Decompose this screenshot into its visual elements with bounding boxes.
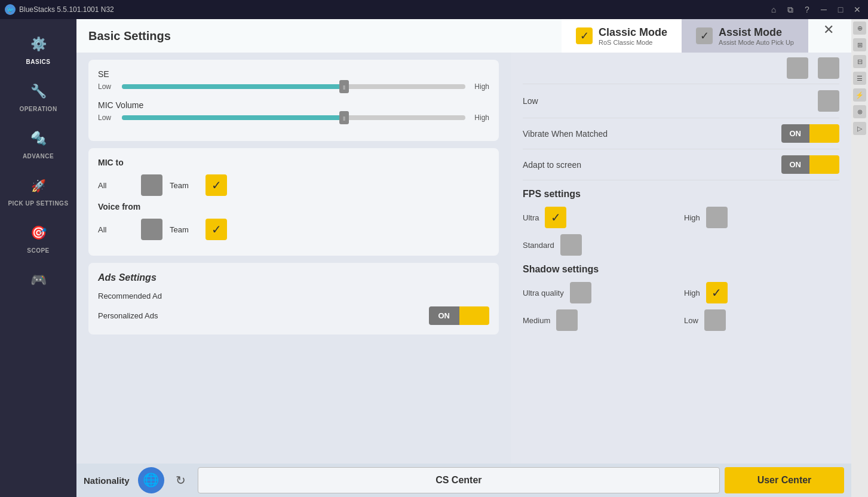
page-title: Basic Settings	[88, 29, 464, 43]
classic-mode-name: Classic Mode	[599, 26, 667, 39]
close-window-btn[interactable]: ✕	[851, 4, 863, 16]
close-settings-btn[interactable]: ✕	[818, 19, 839, 41]
shadow-section: Shadow settings Ultra quality High ✓ Med…	[523, 264, 839, 331]
right-icon-5[interactable]: ⚡	[853, 88, 866, 102]
fps-ultra-checkbox[interactable]: ✓	[545, 207, 566, 228]
ads-title: Ads Settings	[98, 272, 489, 283]
restore-btn[interactable]: □	[835, 4, 846, 16]
se-label: SE	[98, 69, 489, 79]
fps-high-label: High	[684, 213, 700, 222]
mic-slider-track[interactable]	[122, 115, 465, 120]
voice-from-title: Voice from	[98, 202, 489, 211]
adapt-screen-toggle[interactable]: ON	[781, 155, 840, 174]
low-row: Low	[523, 84, 839, 118]
mode-tabs: ✓ Classic Mode RoS Classic Mode ✓ Assist…	[464, 19, 840, 53]
fps-standard-item: Standard	[523, 234, 678, 256]
header: Basic Settings ✓ Classic Mode RoS Classi…	[76, 19, 851, 53]
sidebar-item-scope[interactable]: 🎯 SCOPE	[0, 215, 76, 260]
sidebar-item-basics[interactable]: ⚙️ BASICS	[0, 26, 76, 71]
sidebar-item-operation[interactable]: 🔧 OPERATION	[0, 73, 76, 118]
low-label: Low	[523, 96, 538, 106]
toggle-on-label: ON	[429, 306, 460, 325]
advance-icon: 🔩	[26, 127, 50, 151]
multi-instance-btn[interactable]: ⧉	[784, 4, 796, 16]
right-icon-4[interactable]: ☰	[853, 72, 866, 85]
mic-slider-thumb[interactable]	[339, 111, 349, 124]
shadow-ultra-item: Ultra quality	[523, 282, 678, 303]
assist-mode-tab[interactable]: ✓ Assist Mode Assist Mode Auto Pick Up	[682, 19, 808, 53]
right-panel: Low Vibrate When Matched ON Adapt to scr…	[511, 53, 851, 464]
assist-mode-text: Assist Mode Assist Mode Auto Pick Up	[719, 26, 794, 46]
minimize-btn[interactable]: ─	[818, 4, 830, 16]
adapt-screen-label: Adapt to screen	[523, 160, 581, 170]
low-checkbox[interactable]	[818, 90, 839, 112]
right-icon-7[interactable]: ▷	[853, 122, 866, 135]
advance-label: ADVANCE	[23, 153, 54, 159]
classic-mode-text: Classic Mode RoS Classic Mode	[599, 26, 667, 46]
mic-slider-fill	[122, 115, 345, 120]
personalized-ads-row: Personalized Ads ON	[98, 306, 489, 325]
shadow-high-checkbox[interactable]: ✓	[706, 282, 728, 303]
right-icon-2[interactable]: ⊞	[853, 38, 866, 51]
sidebar-item-pickup-settings[interactable]: 🚀 PICK UP SETTINGS	[0, 168, 76, 213]
vibrate-label: Vibrate When Matched	[523, 129, 608, 139]
right-icon-6[interactable]: ⊗	[853, 105, 866, 118]
titlebar: 🐦 BlueStacks 5.5.101.1001 N32 ⌂ ⧉ ? ─ □ …	[0, 0, 868, 19]
window-controls: ⌂ ⧉ ? ─ □ ✕	[768, 4, 863, 16]
se-slider-container: Low High	[98, 82, 489, 91]
shadow-medium-item: Medium	[523, 309, 678, 331]
shadow-ultra-checkbox[interactable]	[570, 282, 591, 303]
vibrate-toggle-on: ON	[781, 124, 810, 143]
cs-center-btn[interactable]: CS Center	[198, 467, 720, 493]
shadow-grid: Ultra quality High ✓ Medium	[523, 282, 839, 331]
vibrate-toggle[interactable]: ON	[781, 124, 840, 143]
top-checkbox-1[interactable]	[787, 57, 808, 79]
se-low-label: Low	[98, 82, 116, 91]
mic-to-team-checkbox[interactable]: ✓	[206, 174, 227, 196]
user-center-btn[interactable]: User Center	[725, 467, 844, 493]
se-slider-track[interactable]	[122, 84, 465, 89]
basics-icon: ⚙️	[26, 32, 50, 56]
classic-mode-sub: RoS Classic Mode	[599, 39, 667, 46]
panels: SE Low High MIC Volume Low	[76, 53, 851, 464]
right-icon-3[interactable]: ⊟	[853, 55, 866, 68]
nationality-flag-btn[interactable]: 🌐	[138, 467, 164, 493]
right-icon-1[interactable]: ⊕	[853, 22, 866, 35]
fps-standard-checkbox[interactable]	[560, 234, 582, 256]
toggle-yellow-part	[459, 306, 489, 325]
sidebar-item-more[interactable]: 🎮	[0, 262, 76, 300]
mic-to-all-checkbox[interactable]	[141, 174, 162, 196]
assist-mode-sub: Assist Mode Auto Pick Up	[719, 39, 794, 46]
refresh-btn[interactable]: ↻	[169, 468, 193, 492]
fps-standard-label: Standard	[523, 241, 554, 250]
help-btn[interactable]: ?	[801, 4, 813, 16]
voice-from-all-checkbox[interactable]	[141, 219, 162, 240]
shadow-medium-checkbox[interactable]	[556, 309, 578, 331]
voice-from-row: All Team ✓	[98, 219, 489, 240]
personalized-ads-toggle[interactable]: ON	[429, 306, 490, 325]
top-checkbox-2[interactable]	[818, 57, 839, 79]
mic-to-title: MIC to	[98, 158, 489, 167]
se-slider-thumb[interactable]	[339, 80, 349, 93]
main-content: Basic Settings ✓ Classic Mode RoS Classi…	[76, 19, 851, 497]
shadow-low-checkbox[interactable]	[704, 309, 726, 331]
sidebar-item-advance[interactable]: 🔩 ADVANCE	[0, 121, 76, 165]
assist-mode-name: Assist Mode	[719, 26, 794, 39]
voice-from-team-checkbox[interactable]: ✓	[206, 219, 227, 240]
home-btn[interactable]: ⌂	[768, 4, 780, 16]
fps-ultra-item: Ultra ✓	[523, 207, 678, 228]
se-section: SE Low High MIC Volume Low	[88, 60, 499, 141]
classic-mode-tab[interactable]: ✓ Classic Mode RoS Classic Mode	[562, 19, 682, 53]
left-panel: SE Low High MIC Volume Low	[76, 53, 511, 464]
shadow-low-item: Low	[684, 309, 839, 331]
mic-slider-container: Low High	[98, 113, 489, 122]
shadow-high-item: High ✓	[684, 282, 839, 303]
user-center-label: User Center	[757, 475, 812, 486]
fps-high-checkbox[interactable]	[706, 207, 728, 228]
shadow-low-label: Low	[684, 316, 698, 325]
recommended-ad-label: Recommended Ad	[98, 292, 162, 300]
mic-high-label: High	[471, 113, 489, 122]
shadow-medium-label: Medium	[523, 316, 550, 325]
classic-mode-check: ✓	[576, 27, 593, 44]
shadow-title: Shadow settings	[523, 264, 839, 275]
